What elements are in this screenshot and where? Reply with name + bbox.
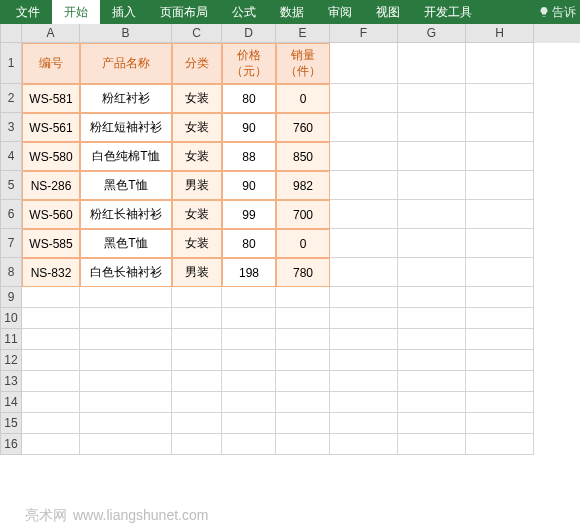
cell-H9[interactable] [466, 287, 534, 308]
cell-A7[interactable]: WS-585 [22, 229, 80, 258]
cell-G6[interactable] [398, 200, 466, 229]
cell-B13[interactable] [80, 371, 172, 392]
cell-D11[interactable] [222, 329, 276, 350]
cell-H16[interactable] [466, 434, 534, 455]
cell-D7[interactable]: 80 [222, 229, 276, 258]
ribbon-tab-4[interactable]: 公式 [220, 0, 268, 24]
cell-E15[interactable] [276, 413, 330, 434]
cell-H11[interactable] [466, 329, 534, 350]
cell-A4[interactable]: WS-580 [22, 142, 80, 171]
cell-H1[interactable] [466, 43, 534, 84]
cell-H4[interactable] [466, 142, 534, 171]
cell-G16[interactable] [398, 434, 466, 455]
row-header-14[interactable]: 14 [0, 392, 22, 413]
row-header-8[interactable]: 8 [0, 258, 22, 287]
cell-A9[interactable] [22, 287, 80, 308]
cell-A14[interactable] [22, 392, 80, 413]
cell-H8[interactable] [466, 258, 534, 287]
cell-G2[interactable] [398, 84, 466, 113]
cell-F11[interactable] [330, 329, 398, 350]
cell-C9[interactable] [172, 287, 222, 308]
cell-C8[interactable]: 男装 [172, 258, 222, 287]
cell-E14[interactable] [276, 392, 330, 413]
cell-A13[interactable] [22, 371, 80, 392]
cell-D12[interactable] [222, 350, 276, 371]
cell-E16[interactable] [276, 434, 330, 455]
cell-B4[interactable]: 白色纯棉T恤 [80, 142, 172, 171]
ribbon-tab-0[interactable]: 文件 [4, 0, 52, 24]
row-header-1[interactable]: 1 [0, 43, 22, 84]
cell-F10[interactable] [330, 308, 398, 329]
cell-E13[interactable] [276, 371, 330, 392]
row-header-11[interactable]: 11 [0, 329, 22, 350]
cell-A2[interactable]: WS-581 [22, 84, 80, 113]
cell-E6[interactable]: 700 [276, 200, 330, 229]
cell-F12[interactable] [330, 350, 398, 371]
cell-C7[interactable]: 女装 [172, 229, 222, 258]
cell-B12[interactable] [80, 350, 172, 371]
ribbon-tab-7[interactable]: 视图 [364, 0, 412, 24]
cell-A3[interactable]: WS-561 [22, 113, 80, 142]
cell-D14[interactable] [222, 392, 276, 413]
cell-D4[interactable]: 88 [222, 142, 276, 171]
cell-F7[interactable] [330, 229, 398, 258]
ribbon-tab-5[interactable]: 数据 [268, 0, 316, 24]
row-header-2[interactable]: 2 [0, 84, 22, 113]
cell-B6[interactable]: 粉红长袖衬衫 [80, 200, 172, 229]
cell-H13[interactable] [466, 371, 534, 392]
cell-G11[interactable] [398, 329, 466, 350]
cell-F4[interactable] [330, 142, 398, 171]
cell-B7[interactable]: 黑色T恤 [80, 229, 172, 258]
cell-D1[interactable]: 价格 （元） [222, 43, 276, 84]
cell-C16[interactable] [172, 434, 222, 455]
cell-A12[interactable] [22, 350, 80, 371]
cell-H15[interactable] [466, 413, 534, 434]
row-header-7[interactable]: 7 [0, 229, 22, 258]
cell-E11[interactable] [276, 329, 330, 350]
cell-D15[interactable] [222, 413, 276, 434]
cell-C1[interactable]: 分类 [172, 43, 222, 84]
cell-D6[interactable]: 99 [222, 200, 276, 229]
cell-A1[interactable]: 编号 [22, 43, 80, 84]
cell-B5[interactable]: 黑色T恤 [80, 171, 172, 200]
cell-C10[interactable] [172, 308, 222, 329]
ribbon-tab-3[interactable]: 页面布局 [148, 0, 220, 24]
cell-A15[interactable] [22, 413, 80, 434]
row-header-13[interactable]: 13 [0, 371, 22, 392]
row-header-9[interactable]: 9 [0, 287, 22, 308]
cell-E10[interactable] [276, 308, 330, 329]
col-header-A[interactable]: A [22, 24, 80, 43]
cell-A8[interactable]: NS-832 [22, 258, 80, 287]
cell-G8[interactable] [398, 258, 466, 287]
cell-C13[interactable] [172, 371, 222, 392]
cell-D2[interactable]: 80 [222, 84, 276, 113]
cell-B3[interactable]: 粉红短袖衬衫 [80, 113, 172, 142]
cell-C3[interactable]: 女装 [172, 113, 222, 142]
ribbon-tab-6[interactable]: 审阅 [316, 0, 364, 24]
cell-A16[interactable] [22, 434, 80, 455]
tell-me[interactable]: 告诉 [538, 4, 576, 21]
select-all-corner[interactable] [0, 24, 22, 43]
cell-C12[interactable] [172, 350, 222, 371]
cell-F1[interactable] [330, 43, 398, 84]
cell-E5[interactable]: 982 [276, 171, 330, 200]
row-header-4[interactable]: 4 [0, 142, 22, 171]
cell-F15[interactable] [330, 413, 398, 434]
cell-G3[interactable] [398, 113, 466, 142]
cell-E2[interactable]: 0 [276, 84, 330, 113]
cell-H2[interactable] [466, 84, 534, 113]
cell-C5[interactable]: 男装 [172, 171, 222, 200]
cell-B10[interactable] [80, 308, 172, 329]
row-header-16[interactable]: 16 [0, 434, 22, 455]
cell-B9[interactable] [80, 287, 172, 308]
ribbon-tab-8[interactable]: 开发工具 [412, 0, 484, 24]
cell-H7[interactable] [466, 229, 534, 258]
col-header-F[interactable]: F [330, 24, 398, 43]
cell-G10[interactable] [398, 308, 466, 329]
cell-B15[interactable] [80, 413, 172, 434]
cell-E1[interactable]: 销量 （件） [276, 43, 330, 84]
cell-H12[interactable] [466, 350, 534, 371]
cell-A10[interactable] [22, 308, 80, 329]
cell-B8[interactable]: 白色长袖衬衫 [80, 258, 172, 287]
cell-G13[interactable] [398, 371, 466, 392]
